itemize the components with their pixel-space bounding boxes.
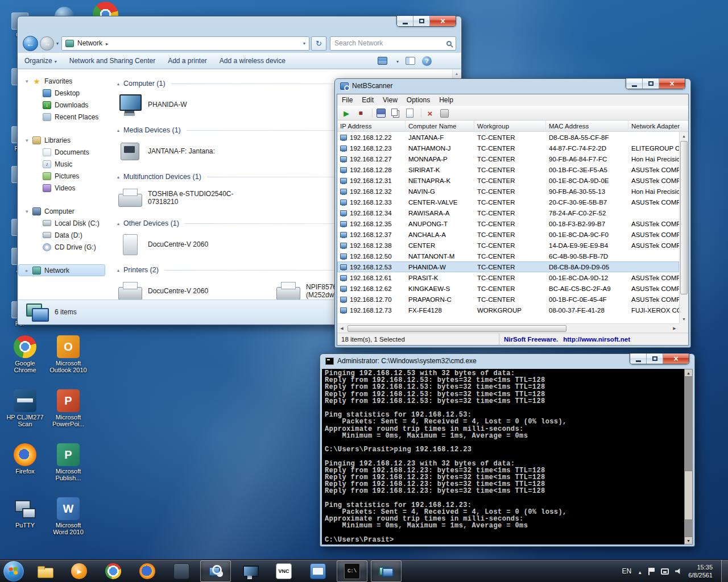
scroll-up-icon[interactable]: ▲ <box>684 369 693 377</box>
scroll-up-icon[interactable]: ▲ <box>680 132 688 140</box>
desktop-icon[interactable]: HP CLJM277 Scan <box>5 387 46 441</box>
tray-expand-icon[interactable] <box>638 566 642 576</box>
help-icon[interactable] <box>422 56 432 66</box>
device-item[interactable]: PHANIDA-W <box>117 90 275 119</box>
taskbar-button[interactable] <box>234 560 265 582</box>
refresh-button[interactable] <box>311 36 326 51</box>
taskbar-button[interactable] <box>98 560 129 582</box>
nirsoft-link[interactable]: http://www.nirsoft.net <box>563 336 630 343</box>
desktop-icon[interactable]: Microsoft PowerPoi... <box>48 387 89 441</box>
report-icon[interactable] <box>404 108 415 118</box>
column-header[interactable]: Workgroup <box>474 120 546 131</box>
taskbar-button[interactable] <box>132 560 163 582</box>
scroll-left-icon[interactable]: ◀ <box>337 324 346 333</box>
sidebar-item[interactable]: ▸ Network <box>18 264 105 276</box>
back-button[interactable] <box>23 36 38 51</box>
organize-button[interactable]: Organize <box>24 57 57 65</box>
desktop-icon[interactable]: Microsoft Publish... <box>48 441 89 495</box>
close-button[interactable] <box>663 354 689 364</box>
toolbar-button[interactable]: Add a wireless device <box>220 57 286 65</box>
clock[interactable]: 15:35 6/8/2561 <box>688 563 715 579</box>
expand-chevron-icon[interactable]: ▾ <box>26 78 32 84</box>
copy-icon[interactable] <box>390 108 400 118</box>
desktop-icon[interactable]: Microsoft Outlook 2010 <box>48 333 89 387</box>
table-row[interactable]: 192.168.12.62 KINGKAEW-S TC-CENTER BC-AE… <box>337 283 679 294</box>
desktop-icon[interactable]: PuTTY <box>5 495 46 549</box>
sidebar-item[interactable]: Recent Places <box>18 111 105 123</box>
column-header[interactable]: Computer Name <box>406 120 474 131</box>
vertical-scrollbar[interactable]: ▲ ▼ <box>684 369 693 544</box>
taskbar-button[interactable]: VNC <box>268 560 299 582</box>
language-indicator[interactable]: EN <box>622 567 632 575</box>
properties-icon[interactable] <box>439 108 449 118</box>
menu-item[interactable]: Edit <box>357 96 378 104</box>
preview-pane-icon[interactable] <box>406 57 415 65</box>
column-header[interactable]: Network Adapter <box>628 120 688 131</box>
explorer-titlebar[interactable] <box>18 16 461 34</box>
minimize-button[interactable] <box>397 16 413 26</box>
table-row[interactable]: 192.168.12.37 ANCHALA-A TC-CENTER 00-1E-… <box>337 229 679 240</box>
scroll-down-icon[interactable]: ▼ <box>680 315 688 323</box>
taskbar-button[interactable]: C:\ <box>337 560 367 582</box>
start-button[interactable] <box>3 560 24 582</box>
scroll-up-icon[interactable]: ▲ <box>453 69 461 78</box>
table-row[interactable]: 192.168.12.22 JANTANA-F TC-CENTER D8-CB-… <box>337 132 679 143</box>
breadcrumb-arrow-icon[interactable] <box>102 39 109 47</box>
toolbar-button[interactable]: Network and Sharing Center <box>69 57 155 65</box>
search-box[interactable]: Search Network <box>330 36 456 51</box>
change-view-icon[interactable] <box>378 57 387 65</box>
sidebar-item[interactable]: Data (D:) <box>18 229 105 241</box>
vertical-scrollbar[interactable]: ▲ ▼ <box>679 132 688 323</box>
table-row[interactable]: 192.168.12.73 FX-FE4128 WORKGROUP 08-00-… <box>337 305 679 315</box>
cmd-console[interactable]: Pinging 192.168.12.53 with 32 bytes of d… <box>322 369 693 544</box>
sidebar-item[interactable]: Videos <box>18 182 105 194</box>
volume-icon[interactable] <box>675 568 682 574</box>
table-row[interactable]: 192.168.12.33 CENTER-VALVE TC-CENTER 20-… <box>337 197 679 207</box>
expand-chevron-icon[interactable]: ▾ <box>26 138 32 143</box>
maximize-button[interactable] <box>643 78 659 89</box>
group-collapse-icon[interactable] <box>117 221 119 226</box>
column-header[interactable]: MAC Address <box>546 120 628 131</box>
sidebar-item[interactable]: Desktop <box>18 87 105 99</box>
close-button[interactable] <box>430 16 456 26</box>
stop-scan-icon[interactable] <box>355 108 366 118</box>
scroll-down-icon[interactable]: ▼ <box>684 537 693 544</box>
action-center-icon[interactable] <box>648 568 655 575</box>
table-row[interactable]: 192.168.12.27 MONNAPA-P TC-CENTER 90-FB-… <box>337 153 679 164</box>
group-collapse-icon[interactable] <box>117 81 119 86</box>
network-tray-icon[interactable] <box>661 568 669 575</box>
taskbar-button[interactable] <box>64 560 94 582</box>
sidebar-item[interactable]: Downloads <box>18 99 105 111</box>
history-dropdown-icon[interactable] <box>56 41 59 46</box>
sidebar-item[interactable]: Pictures <box>18 170 105 182</box>
minimize-button[interactable] <box>626 78 643 89</box>
sidebar-item[interactable]: CD Drive (G:) <box>18 241 105 253</box>
maximize-button[interactable] <box>413 16 430 26</box>
menu-item[interactable]: View <box>378 96 402 104</box>
scroll-right-icon[interactable]: ▶ <box>670 324 679 333</box>
table-row[interactable]: 192.168.12.31 NETNAPRA-K TC-CENTER 00-1E… <box>337 175 679 186</box>
sidebar-item[interactable]: ▾ Favorites <box>18 75 105 87</box>
taskbar-button[interactable] <box>200 560 231 582</box>
taskbar-button[interactable] <box>303 560 333 582</box>
device-item[interactable]: DocuCentre-V 2060 <box>117 276 275 300</box>
scrollbar-thumb[interactable] <box>684 471 693 520</box>
desktop-icon[interactable]: Microsoft Word 2010 <box>48 495 89 549</box>
expand-chevron-icon[interactable]: ▸ <box>26 268 32 273</box>
chevron-down-icon[interactable] <box>394 57 399 65</box>
minimize-button[interactable] <box>630 354 647 364</box>
show-desktop-button[interactable] <box>721 560 728 582</box>
sidebar-item[interactable]: Local Disk (C:) <box>18 217 105 229</box>
close-button[interactable] <box>659 78 685 89</box>
taskbar-button[interactable] <box>30 560 60 582</box>
horizontal-scrollbar[interactable]: ◀ ▶ <box>337 323 679 332</box>
column-header[interactable]: IP Address <box>337 120 406 131</box>
table-row[interactable]: 192.168.12.53 PHANIDA-W TC-CENTER D8-CB-… <box>337 261 679 272</box>
sidebar-item[interactable]: ▾ Computer <box>18 205 105 217</box>
table-row[interactable]: 192.168.12.50 NATTANONT-M TC-CENTER 6C-4… <box>337 251 679 261</box>
address-dropdown-icon[interactable] <box>303 41 305 46</box>
device-item[interactable]: DocuCentre-V 2060 <box>117 230 275 259</box>
sidebar-item[interactable]: Documents <box>18 146 105 158</box>
toolbar-button[interactable]: Add a printer <box>168 57 207 65</box>
table-row[interactable]: 192.168.12.70 PRAPAORN-C TC-CENTER 00-1B… <box>337 294 679 305</box>
